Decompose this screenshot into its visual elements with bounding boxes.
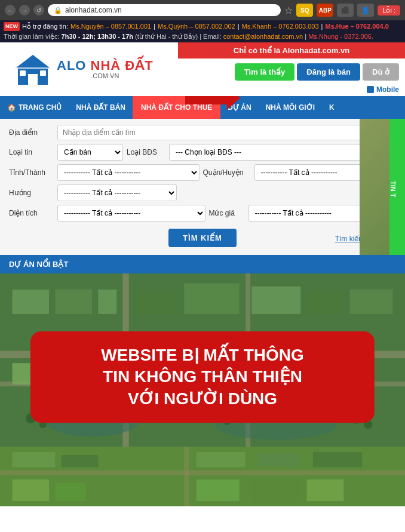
svg-rect-35 xyxy=(184,447,189,506)
side-image xyxy=(360,119,389,255)
svg-rect-41 xyxy=(13,479,50,501)
overlay-line1: WEBSITE BỊ MẤT THÔNG xyxy=(48,345,357,366)
svg-rect-3 xyxy=(20,70,26,76)
dientich-label: Diện tích xyxy=(9,209,54,217)
email-label: Email: xyxy=(203,33,222,40)
svg-rect-16 xyxy=(251,287,300,314)
svg-rect-11 xyxy=(13,290,50,314)
location-row: Địa điểm xyxy=(9,125,396,140)
site-header: ALO NHÀ ĐẤT .COM.VN Chỉ có thể là Alonha… xyxy=(0,42,405,96)
content-area: WEBSITE BỊ MẤT THÔNG TIN KHÔNG THÂN THIỆ… xyxy=(0,273,405,447)
nav-moi-gioi-label: NHÀ MÔI GIỚI xyxy=(266,103,315,112)
avatar-button[interactable]: 👤 xyxy=(357,4,374,17)
loaibds-label: Loại BĐS xyxy=(127,148,165,156)
email-link[interactable]: contact@alonhadat.com.vn xyxy=(223,33,303,40)
promo-banner: Chỉ có thể là Alonhadat.com.vn xyxy=(178,42,405,59)
svg-rect-14 xyxy=(135,290,178,314)
search-section: Địa điểm Loại tin Cần bán Loại BĐS --- C… xyxy=(0,119,405,255)
nav-cho-thue[interactable]: NHÀ ĐẤT CHO THUÊ xyxy=(133,96,220,119)
extra-agent: Ms.Nhung - 0372.006. xyxy=(308,33,373,40)
find-button[interactable]: Tìm là thấy xyxy=(235,63,295,81)
overlay-line2: TIN KHÔNG THÂN THIỆN xyxy=(48,366,357,388)
svg-rect-4 xyxy=(40,70,46,76)
logo-nha: NHÀ ĐẤT xyxy=(91,58,154,73)
extension-button[interactable]: ⬛ xyxy=(337,4,354,17)
bottom-aerial-svg xyxy=(0,447,405,506)
header-right: Chỉ có thể là Alonhadat.com.vn Tìm là th… xyxy=(162,42,405,96)
svg-rect-40 xyxy=(313,452,362,468)
svg-rect-45 xyxy=(307,479,344,501)
house-logo-icon xyxy=(9,51,57,87)
address-bar[interactable]: 🔒 alonhadat.com.vn xyxy=(48,4,281,16)
mobile-label: Mobile xyxy=(367,85,405,94)
aerial-image: WEBSITE BỊ MẤT THÔNG TIN KHÔNG THÂN THIỆ… xyxy=(0,273,405,447)
mobile-icon xyxy=(367,86,374,93)
svg-rect-44 xyxy=(251,479,300,501)
logo-text: ALO NHÀ ĐẤT .COM.VN xyxy=(57,59,154,79)
mucgia-label: Mức giá xyxy=(209,209,245,217)
home-icon: 🏠 xyxy=(7,103,16,112)
loaitin-row: Loại tin Cần bán Loại BĐS --- Chọn loại … xyxy=(9,144,396,161)
overlay-line3: VỚI NGƯỜI DÙNG xyxy=(48,388,357,410)
tinh-select[interactable]: ----------- Tất cả ----------- xyxy=(57,164,200,181)
star-icon[interactable]: ☆ xyxy=(284,5,293,16)
logo-sub: .COM.VN xyxy=(57,72,154,79)
nav-moi-gioi[interactable]: NHÀ MÔI GIỚI xyxy=(259,97,322,118)
tinh-label: Tỉnh/Thành xyxy=(9,168,54,177)
overlay-banner: WEBSITE BỊ MẤT THÔNG TIN KHÔNG THÂN THIỆ… xyxy=(30,331,375,423)
svg-rect-42 xyxy=(55,482,85,501)
huong-select[interactable]: ----------- Tất cả ----------- xyxy=(57,184,177,201)
abp-badge[interactable]: ABP xyxy=(317,4,333,17)
du-an-bar: DỰ ÁN NỔI BẬT xyxy=(0,255,405,273)
forward-button[interactable]: → xyxy=(19,5,30,16)
url-text: alonhadat.com.vn xyxy=(65,6,122,14)
sq-badge[interactable]: SQ xyxy=(296,4,313,17)
svg-rect-34 xyxy=(0,471,405,475)
search-button[interactable]: TÌM KIẾM xyxy=(168,229,237,247)
agent-quynh[interactable]: Ms.Quỳnh – 0857.002.002 xyxy=(158,21,235,32)
browser-chrome: ← → ↺ 🔒 alonhadat.com.vn ☆ SQ ABP ⬛ 👤 Lỗ… xyxy=(0,0,405,20)
search-action-row: TÌM KIẾM Tìm kiếm nâng cao xyxy=(9,225,396,252)
bottom-aerial-strip xyxy=(0,447,405,506)
location-input[interactable] xyxy=(57,125,396,140)
nav-du-an-label: DỰ ÁN xyxy=(228,103,251,112)
nav-k-label: K xyxy=(329,103,335,112)
nav-cho-thue-label: NHÀ ĐẤT CHO THUÊ xyxy=(141,103,212,112)
register-button[interactable]: Đăng là bán xyxy=(297,63,360,81)
svg-rect-36 xyxy=(13,452,56,468)
svg-rect-37 xyxy=(62,455,99,468)
tin-t-text: TIN T xyxy=(389,181,397,198)
nav-du-an[interactable]: DỰ ÁN xyxy=(220,97,258,118)
mobile-text: Mobile xyxy=(376,85,399,94)
refresh-button[interactable]: ↺ xyxy=(33,5,44,16)
agent-khanh[interactable]: Ms.Khanh – 0762.003.003 xyxy=(242,21,319,32)
time-value: 7h30 - 12h; 13h30 - 17h xyxy=(62,33,133,40)
new-badge: NEW xyxy=(4,22,20,32)
error-button[interactable]: Lỗi : xyxy=(378,5,400,16)
dientich-select[interactable]: ----------- Tất cả ----------- xyxy=(57,205,205,222)
svg-rect-43 xyxy=(197,479,240,501)
nav-ban[interactable]: NHÀ ĐẤT BÁN xyxy=(69,97,133,118)
agent-nguyen[interactable]: Ms.Nguyên – 0857.001.001 xyxy=(70,21,151,32)
svg-rect-39 xyxy=(257,453,300,467)
loaitin-label: Loại tin xyxy=(9,148,54,156)
logo-area: ALO NHÀ ĐẤT .COM.VN xyxy=(0,42,162,96)
svg-rect-13 xyxy=(98,290,116,314)
huong-label: Hướng xyxy=(9,189,54,197)
svg-marker-0 xyxy=(15,54,51,68)
support-bar: NEW Hỗ trợ đăng tin: Ms.Nguyên – 0857.00… xyxy=(0,20,405,42)
time-label: Thời gian làm việc: xyxy=(4,33,59,40)
back-button[interactable]: ← xyxy=(5,5,16,16)
header-buttons: Tìm là thấy Đăng là bán Dù ở xyxy=(229,59,405,85)
time-note: (từ thứ Hai - thứ Bảy) xyxy=(135,33,198,40)
loaitin-select[interactable]: Cần bán xyxy=(57,144,123,161)
support-label: Hỗ trợ đăng tin: xyxy=(22,21,68,32)
svg-rect-15 xyxy=(184,284,239,314)
svg-rect-2 xyxy=(28,74,38,85)
svg-rect-17 xyxy=(307,290,344,314)
other-button[interactable]: Dù ở xyxy=(363,63,399,81)
nav-home[interactable]: 🏠 TRANG CHỦ xyxy=(0,97,69,118)
nav-k[interactable]: K xyxy=(322,97,342,118)
agent-hue: Ms.Hue – 0762.004.0 xyxy=(325,21,388,32)
nav-home-label: TRANG CHỦ xyxy=(19,103,62,112)
